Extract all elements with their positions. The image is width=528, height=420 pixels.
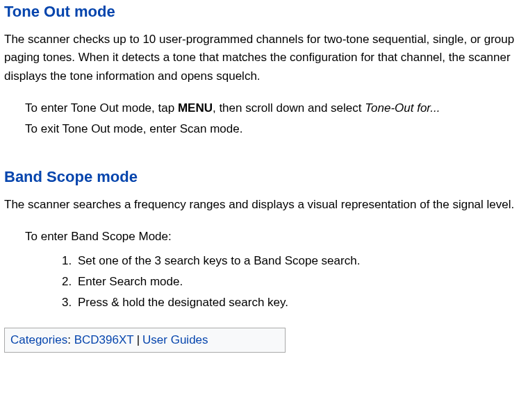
category-link[interactable]: User Guides xyxy=(142,333,208,346)
step-item: Press & hold the designated search key. xyxy=(75,292,524,313)
band-scope-steps-list: Set one of the 3 search keys to a Band S… xyxy=(75,251,524,314)
step-item: Enter Search mode. xyxy=(75,271,524,292)
tone-out-enter-line: To enter Tone Out mode, tap MENU, then s… xyxy=(25,98,524,119)
tone-out-instructions: To enter Tone Out mode, tap MENU, then s… xyxy=(25,98,524,140)
heading-text: Band Scope mode xyxy=(4,168,138,185)
band-scope-instructions: To enter Band Scope Mode: Set one of the… xyxy=(25,226,524,313)
categories-label-link[interactable]: Categories xyxy=(10,333,67,346)
enter-bold-menu: MENU xyxy=(178,101,213,115)
heading-text: Tone Out mode xyxy=(4,3,115,20)
band-scope-description: The scanner searches a frequency ranges … xyxy=(4,196,524,214)
section-heading-tone-out[interactable]: Tone Out mode xyxy=(4,0,524,24)
tone-out-description: The scanner checks up to 10 user-program… xyxy=(4,31,524,85)
category-link[interactable]: BCD396XT xyxy=(74,333,134,346)
band-scope-enter-intro: To enter Band Scope Mode: xyxy=(25,226,524,247)
enter-pre: To enter Tone Out mode, tap xyxy=(25,101,178,115)
categories-colon: : xyxy=(67,333,74,346)
tone-out-exit-line: To exit Tone Out mode, enter Scan mode. xyxy=(25,119,524,140)
step-item: Set one of the 3 search keys to a Band S… xyxy=(75,251,524,271)
enter-mid: , then scroll down and select xyxy=(213,101,365,115)
section-heading-band-scope[interactable]: Band Scope mode xyxy=(4,165,524,189)
categories-box: Categories: BCD396XT|User Guides xyxy=(4,328,286,353)
category-separator: | xyxy=(134,333,142,346)
enter-italic: Tone-Out for... xyxy=(365,101,440,115)
